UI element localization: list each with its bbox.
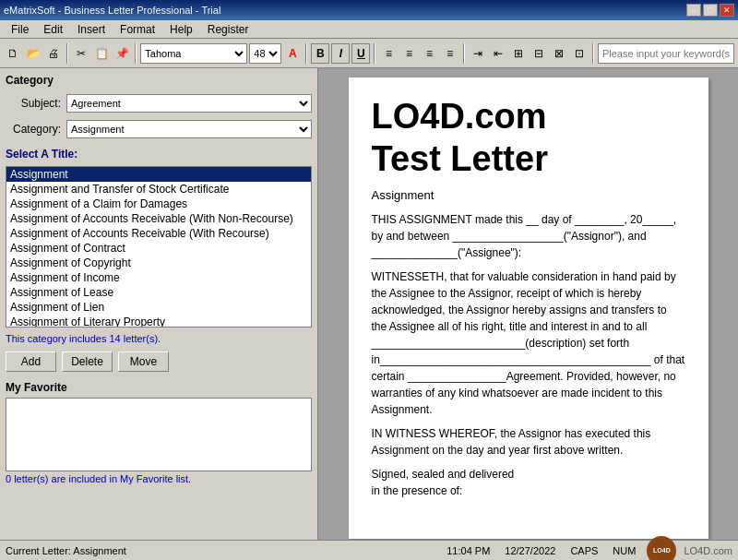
select-title: Select A Title: xyxy=(6,148,312,161)
font-select[interactable]: Tahoma Arial Times New Roman xyxy=(140,43,247,64)
status-num: NUM xyxy=(609,545,639,556)
split-button[interactable]: ⊡ xyxy=(570,42,589,65)
outdent-button[interactable]: ⇤ xyxy=(489,42,507,65)
doc-heading: Assignment xyxy=(372,187,685,204)
favorite-info: 0 letter(s) are included in My Favorite … xyxy=(6,473,312,484)
list-item[interactable]: Assignment of Copyright xyxy=(6,256,311,270)
indent-button[interactable]: ⇥ xyxy=(469,42,487,65)
status-time: 11:04 PM xyxy=(443,545,494,556)
main-layout: Category Subject: Agreement Business Cat… xyxy=(0,68,738,540)
color-button[interactable]: A xyxy=(283,42,302,65)
toolbar-sep-4 xyxy=(374,43,375,64)
document-area[interactable]: LO4D.com Test Letter Assignment THIS ASS… xyxy=(349,77,708,539)
toolbar: 🗋 📂 🖨 ✂ 📋 📌 Tahoma Arial Times New Roman… xyxy=(0,39,738,68)
doc-para-3: IN WITNESS WHEREOF, the Assignor has exe… xyxy=(372,425,685,459)
doc-para-2: WITNESSETH, that for valuable considerat… xyxy=(372,268,685,418)
bold-button[interactable]: B xyxy=(311,43,329,64)
menu-format[interactable]: Format xyxy=(113,21,162,38)
subject-label: Subject: xyxy=(6,97,61,110)
toolbar-sep-6 xyxy=(592,43,594,64)
doc-body: THIS ASSIGNMENT made this __ day of ____… xyxy=(372,211,685,499)
list-item[interactable]: Assignment of Accounts Receivable (With … xyxy=(6,211,311,226)
right-panel: LO4D.com Test Letter Assignment THIS ASS… xyxy=(318,68,738,540)
new-button[interactable]: 🗋 xyxy=(4,42,22,65)
menu-register[interactable]: Register xyxy=(200,21,256,38)
window-controls: − □ ✕ xyxy=(686,4,734,17)
list-item[interactable]: Assignment of a Claim for Damages xyxy=(6,197,311,211)
left-panel: Category Subject: Agreement Business Cat… xyxy=(0,68,318,540)
copy-button[interactable]: 📋 xyxy=(92,42,111,65)
list-item[interactable]: Assignment of Accounts Receivable (With … xyxy=(6,226,311,241)
favorite-section: My Favorite 0 letter(s) are included in … xyxy=(6,381,312,484)
list-item[interactable]: Assignment and Transfer of Stock Certifi… xyxy=(6,182,311,197)
menu-insert[interactable]: Insert xyxy=(70,21,113,38)
menu-bar: File Edit Insert Format Help Register xyxy=(0,20,738,39)
status-current: Current Letter: Assignment xyxy=(6,545,443,556)
list-item[interactable]: Assignment of Literary Property xyxy=(6,315,311,328)
category-row: Category: Assignment Contract xyxy=(6,120,312,138)
list-item[interactable]: Assignment of Lease xyxy=(6,285,311,300)
toolbar-sep-1 xyxy=(66,43,68,64)
paste-button[interactable]: 📌 xyxy=(113,42,131,65)
align-justify-button[interactable]: ≡ xyxy=(441,42,459,65)
title-bar: eMatrixSoft - Business Letter Profession… xyxy=(0,0,738,20)
category-label: Category: xyxy=(6,123,61,136)
align-left-button[interactable]: ≡ xyxy=(379,42,398,65)
lo4d-icon: LO4D xyxy=(647,536,676,561)
list-item[interactable]: Assignment of Contract xyxy=(6,241,311,256)
favorite-list[interactable] xyxy=(6,398,312,471)
subject-select[interactable]: Agreement Business xyxy=(66,94,312,113)
move-button[interactable]: Move xyxy=(118,351,169,372)
toolbar-sep-2 xyxy=(135,43,137,64)
title-list[interactable]: AssignmentAssignment and Transfer of Sto… xyxy=(6,166,312,328)
merge-button[interactable]: ⊠ xyxy=(550,42,568,65)
lo4d-text: LO4D.com xyxy=(684,545,732,556)
status-date: 12/27/2022 xyxy=(501,545,559,556)
list-item[interactable]: Assignment of Income xyxy=(6,270,311,285)
menu-help[interactable]: Help xyxy=(162,21,200,38)
maximize-button[interactable]: □ xyxy=(703,4,718,17)
doc-para-1: THIS ASSIGNMENT made this __ day of ____… xyxy=(372,211,685,261)
list-item[interactable]: Assignment of Lien xyxy=(6,300,311,315)
favorite-title: My Favorite xyxy=(6,381,312,394)
category-title: Category xyxy=(6,74,312,87)
window-title: eMatrixSoft - Business Letter Profession… xyxy=(4,5,220,16)
print-button[interactable]: 🖨 xyxy=(44,42,63,65)
delete-button[interactable]: Delete xyxy=(62,351,113,372)
table2-button[interactable]: ⊟ xyxy=(530,42,548,65)
menu-file[interactable]: File xyxy=(4,21,36,38)
list-item[interactable]: Assignment xyxy=(6,167,311,182)
size-select[interactable]: 48 36 24 12 xyxy=(249,43,281,64)
open-button[interactable]: 📂 xyxy=(24,42,42,65)
action-buttons: Add Delete Move xyxy=(6,351,312,372)
minimize-button[interactable]: − xyxy=(686,4,701,17)
align-center-button[interactable]: ≡ xyxy=(400,42,419,65)
close-button[interactable]: ✕ xyxy=(720,4,734,17)
cut-button[interactable]: ✂ xyxy=(72,42,90,65)
underline-button[interactable]: U xyxy=(351,43,370,64)
italic-button[interactable]: I xyxy=(331,43,350,64)
toolbar-sep-5 xyxy=(463,43,465,64)
table-button[interactable]: ⊞ xyxy=(509,42,528,65)
add-button[interactable]: Add xyxy=(6,351,56,372)
align-right-button[interactable]: ≡ xyxy=(421,42,439,65)
status-right: 11:04 PM 12/27/2022 CAPS NUM LO4D LO4D.c… xyxy=(443,536,732,561)
toolbar-sep-3 xyxy=(305,43,307,64)
subject-row: Subject: Agreement Business xyxy=(6,94,312,113)
status-bar: Current Letter: Assignment 11:04 PM 12/2… xyxy=(0,540,738,560)
doc-para-4: Signed, sealed and deliveredin the prese… xyxy=(372,466,685,499)
status-caps: CAPS xyxy=(566,545,601,556)
menu-edit[interactable]: Edit xyxy=(36,21,70,38)
doc-title: LO4D.com Test Letter xyxy=(372,96,685,180)
category-info: This category includes 14 letter(s). xyxy=(6,333,312,344)
category-select[interactable]: Assignment Contract xyxy=(66,120,312,138)
search-input[interactable] xyxy=(598,43,734,64)
